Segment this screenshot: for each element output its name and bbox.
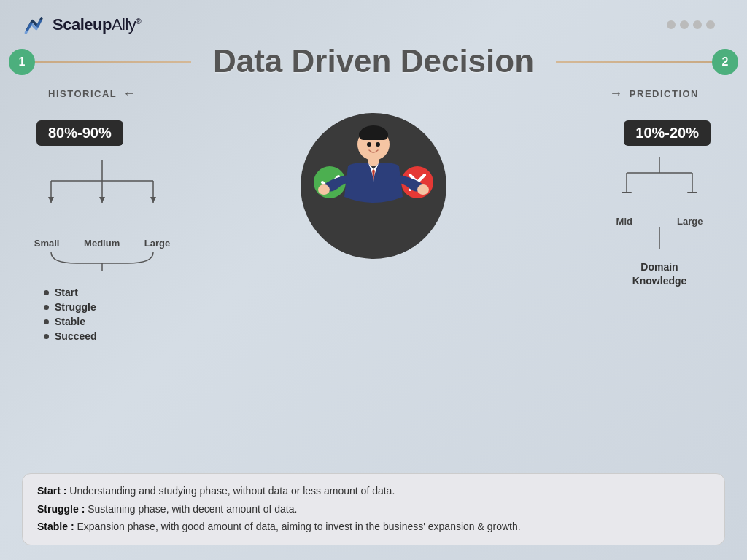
bullet-label-start: Start [55, 287, 78, 298]
header: ScaleupAlly® [0, 0, 747, 44]
dot-2 [680, 20, 689, 29]
info-struggle: Struggle : Sustaining phase, with decent… [37, 502, 710, 517]
tree-label-large-right: Large [677, 216, 703, 227]
info-start-bold: Start : [37, 485, 66, 497]
bullet-label-stable: Stable [55, 316, 85, 327]
tree-label-mid: Mid [616, 216, 632, 227]
main-container: ScaleupAlly® 1 Data Driven Decision 2 [0, 0, 747, 560]
bullet-label-succeed: Succeed [55, 330, 97, 342]
bullet-label-struggle: Struggle [55, 301, 96, 313]
logo-reg: ® [136, 18, 141, 26]
dot-1 [667, 20, 676, 29]
right-tree-labels: Mid Large [594, 216, 725, 227]
labels-row: HISTORICAL ← → PREDICTION [22, 86, 725, 101]
svg-point-18 [417, 184, 429, 195]
historical-text: HISTORICAL [48, 88, 117, 99]
svg-marker-6 [99, 197, 105, 203]
left-tree-svg [22, 153, 182, 241]
line-left: 1 [22, 61, 191, 63]
right-column: 10%-20% [543, 113, 725, 287]
logo-brand: Scaleup [53, 15, 112, 34]
svg-point-17 [318, 184, 330, 195]
bullet-dot-3 [44, 319, 49, 324]
right-stem [594, 227, 725, 249]
left-column: 80%-90% [22, 113, 204, 345]
logo-icon [22, 12, 48, 38]
svg-rect-25 [622, 192, 632, 193]
header-decoration [667, 20, 725, 29]
bullet-succeed: Succeed [44, 330, 97, 342]
logo-suffix: Ally [112, 15, 136, 34]
circle-1: 1 [9, 49, 35, 75]
svg-marker-7 [150, 197, 156, 203]
right-percentage-badge: 10%-20% [624, 120, 711, 146]
person-illustration [308, 117, 439, 255]
title-center: Data Driven Decision [191, 44, 556, 79]
right-tree-svg [594, 153, 725, 219]
main-title: Data Driven Decision [213, 44, 534, 79]
label-prediction: → PREDICTION [609, 86, 699, 101]
dot-3 [693, 20, 702, 29]
info-struggle-bold: Struggle : [37, 503, 85, 515]
circle-2: 2 [712, 49, 738, 75]
left-tree-labels: Small Medium Large [22, 238, 182, 249]
bullet-dot-1 [44, 290, 49, 295]
svg-point-20 [376, 142, 380, 147]
left-tree: Small Medium Large [22, 153, 204, 273]
curly-brace [22, 249, 182, 271]
info-stable: Stable : Expansion phase, with good amou… [37, 520, 710, 534]
bullet-start: Start [44, 287, 97, 298]
logo-text: ScaleupAlly® [53, 15, 141, 34]
info-start-text: Understanding and studying phase, withou… [66, 485, 395, 497]
tree-label-small: Small [34, 238, 60, 249]
info-struggle-text: Sustaining phase, with decent amount of … [85, 503, 297, 515]
svg-marker-5 [48, 197, 54, 203]
svg-rect-26 [687, 192, 697, 193]
svg-rect-16 [368, 158, 379, 166]
svg-point-19 [367, 142, 371, 147]
arrow-left-icon: ← [123, 86, 137, 101]
arrow-right-icon: → [609, 86, 624, 101]
line-right: 2 [556, 61, 725, 63]
right-tree: Mid Large DomainKnowledge [594, 153, 725, 287]
info-stable-text: Expansion phase, with good amount of dat… [74, 521, 521, 532]
title-section: 1 Data Driven Decision 2 [22, 44, 725, 79]
left-percentage-badge: 80%-90% [36, 120, 123, 146]
content-row: 80%-90% [22, 113, 725, 466]
bullet-stable: Stable [44, 316, 97, 327]
tree-label-large: Large [144, 238, 170, 249]
tree-label-medium: Medium [84, 238, 120, 249]
person-circle [301, 113, 446, 259]
info-box: Start : Understanding and studying phase… [22, 473, 725, 545]
info-stable-bold: Stable : [37, 521, 74, 532]
bullet-list: Start Struggle Stable Succeed [44, 287, 97, 345]
bullet-dot-2 [44, 305, 49, 310]
logo: ScaleupAlly® [22, 12, 141, 38]
prediction-text: PREDICTION [630, 88, 699, 99]
main-section: 1 Data Driven Decision 2 HISTORICAL ← → … [0, 44, 747, 466]
svg-rect-15 [359, 130, 388, 140]
domain-knowledge-label: DomainKnowledge [632, 260, 687, 287]
center-column [219, 113, 528, 259]
label-historical: HISTORICAL ← [48, 86, 137, 101]
info-start: Start : Understanding and studying phase… [37, 484, 710, 499]
bullet-struggle: Struggle [44, 301, 97, 313]
bullet-dot-4 [44, 334, 49, 339]
dot-4 [706, 20, 715, 29]
